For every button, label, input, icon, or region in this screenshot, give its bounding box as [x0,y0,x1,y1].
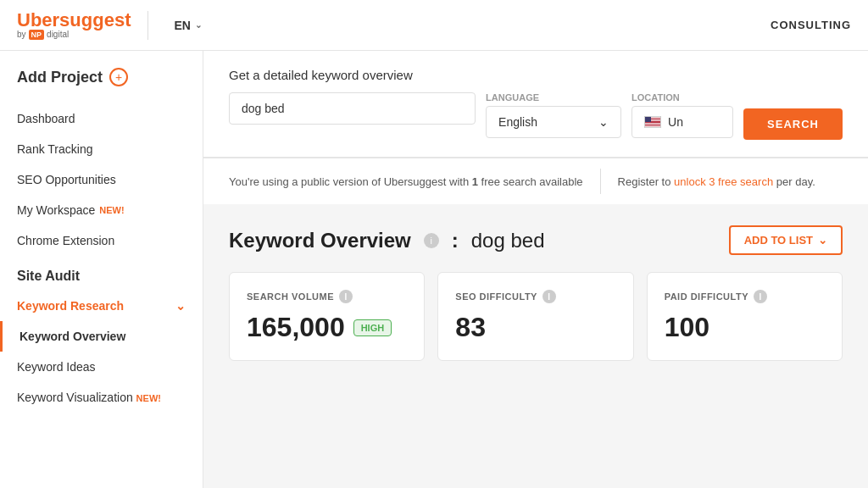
metric-label-text: PAID DIFFICULTY [665,291,748,302]
metric-label: SEO DIFFICULTY i [455,290,615,303]
np-badge: NP [29,30,45,40]
sidebar: Add Project + Dashboard Rank Tracking SE… [0,51,203,488]
info-icon[interactable]: i [542,290,556,303]
info-text: You're using a public version of Ubersug… [229,175,583,188]
search-volume-number: 165,000 [247,312,345,343]
info-bar: You're using a public version of Ubersug… [203,158,868,204]
chevron-down-icon: ⌄ [195,20,202,30]
info-icon[interactable]: i [424,233,439,248]
keyword-research-label: Keyword Research [17,299,124,313]
register-text: Register to unlock 3 free search per day… [618,175,815,188]
chevron-down-icon: ⌄ [818,234,827,247]
unlock-link[interactable]: unlock 3 free search [674,175,773,188]
logo-text: Ubersuggest [17,11,131,30]
new-badge: NEW! [136,393,161,403]
add-project-label: Add Project [17,69,103,86]
keyword-search-input[interactable] [229,92,476,125]
sidebar-item-keyword-ideas[interactable]: Keyword Ideas [0,352,203,382]
sidebar-item-keyword-visualization[interactable]: Keyword Visualization NEW! [0,382,203,413]
logo-digital: digital [47,30,69,39]
language-selector[interactable]: EN ⌄ [165,14,209,36]
info-icon[interactable]: i [754,290,767,303]
search-row: Language English ⌄ Location Un SEARCH [229,92,843,140]
chevron-down-icon: ⌄ [598,115,609,129]
sidebar-item-label: SEO Opportunities [17,173,116,186]
info-text-prefix: You're using a public version of Ubersug… [229,175,469,188]
sidebar-item-label: Dashboard [17,112,75,125]
metrics-row: SEARCH VOLUME i 165,000 HIGH SEO DIFFICU… [229,272,843,361]
site-audit-title: Site Audit [0,256,203,291]
search-panel-label: Get a detailed keyword overview [229,68,843,82]
high-badge: HIGH [353,319,392,336]
search-volume-card: SEARCH VOLUME i 165,000 HIGH [229,272,425,361]
consulting-link[interactable]: CONSULTING [771,19,851,31]
info-bar-divider [600,169,601,194]
info-free-count: 1 [472,175,478,188]
location-value: Un [668,115,683,129]
metric-label-text: SEO DIFFICULTY [455,291,537,302]
overview-keyword: dog bed [471,229,545,252]
add-to-list-label: ADD TO LIST [744,234,813,247]
overview-title: Keyword Overview [229,229,411,252]
overview-section: Keyword Overview i : dog bed ADD TO LIST… [203,204,868,382]
overview-header: Keyword Overview i : dog bed ADD TO LIST… [229,225,843,255]
top-navigation: Ubersuggest by NP digital EN ⌄ CONSULTIN… [0,0,868,51]
logo-area: Ubersuggest by NP digital [17,11,148,40]
sidebar-item-my-workspace[interactable]: My Workspace NEW! [0,195,203,225]
metric-value: 100 [665,312,825,343]
add-project-section: Add Project + [0,68,203,103]
metric-label: PAID DIFFICULTY i [665,290,825,303]
keyword-overview-label: Keyword Overview [19,330,125,343]
location-field-label: Location [632,92,733,103]
main-layout: Add Project + Dashboard Rank Tracking SE… [0,51,868,488]
overview-colon: : [452,229,459,252]
metric-value: 165,000 HIGH [247,312,407,343]
sidebar-item-seo-opportunities[interactable]: SEO Opportunities [0,164,203,195]
chevron-down-icon: ⌄ [175,299,186,313]
search-panel: Get a detailed keyword overview Language… [203,51,868,158]
paid-difficulty-number: 100 [665,312,709,343]
keyword-viz-label: Keyword Visualization [17,391,133,404]
keyword-ideas-label: Keyword Ideas [17,360,96,374]
sidebar-item-chrome-extension[interactable]: Chrome Extension [0,225,203,256]
new-badge: NEW! [99,205,124,215]
us-flag-icon [644,116,661,128]
sidebar-item-keyword-overview[interactable]: Keyword Overview [0,321,203,352]
seo-difficulty-card: SEO DIFFICULTY i 83 [437,272,633,361]
info-text-suffix: free search available [481,175,583,188]
sidebar-item-label: Chrome Extension [17,234,114,247]
content-area: Get a detailed keyword overview Language… [203,51,868,488]
sidebar-item-rank-tracking[interactable]: Rank Tracking [0,134,203,164]
add-to-list-button[interactable]: ADD TO LIST ⌄ [729,225,843,255]
seo-difficulty-number: 83 [455,312,486,343]
logo-by: by [17,30,26,39]
logo-sub: by NP digital [17,30,131,40]
language-field-label: Language [486,92,621,103]
sidebar-item-keyword-research[interactable]: Keyword Research ⌄ [0,291,203,321]
metric-value: 83 [455,312,615,343]
paid-difficulty-card: PAID DIFFICULTY i 100 [647,272,843,361]
search-button[interactable]: SEARCH [743,108,843,140]
language-value: English [498,115,537,129]
add-project-button[interactable]: + [109,68,128,86]
sidebar-item-label: Rank Tracking [17,142,92,156]
language-code: EN [174,19,190,32]
location-dropdown[interactable]: Un [632,106,733,138]
metric-label-text: SEARCH VOLUME [247,291,334,302]
sidebar-item-label: My Workspace [17,203,95,217]
info-icon[interactable]: i [339,290,353,303]
metric-label: SEARCH VOLUME i [247,290,407,303]
language-dropdown[interactable]: English ⌄ [486,106,621,138]
sidebar-item-dashboard[interactable]: Dashboard [0,103,203,134]
